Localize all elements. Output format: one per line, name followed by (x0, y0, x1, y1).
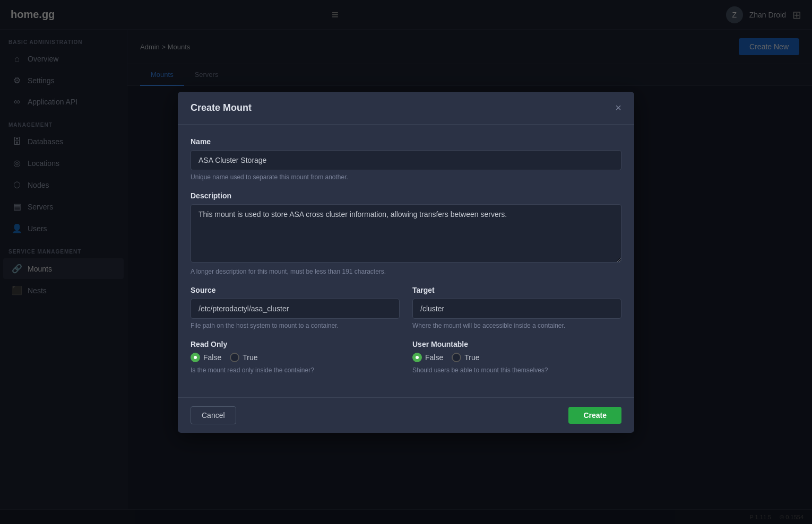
create-button[interactable]: Create (568, 407, 621, 424)
read-only-true-dot (230, 353, 239, 362)
modal-close-button[interactable]: × (615, 102, 621, 113)
read-only-false-label: False (203, 353, 221, 362)
user-mountable-true-label: True (464, 353, 479, 362)
user-mountable-true-option[interactable]: True (452, 353, 479, 362)
target-group: Target Where the mount will be accessibl… (412, 286, 621, 329)
user-mountable-radio-group: False True (412, 353, 621, 362)
user-mountable-hint: Should users be able to mount this thems… (412, 366, 621, 374)
name-hint: Unique name used to separate this mount … (191, 173, 621, 181)
description-group: Description This mount is used to store … (191, 191, 621, 275)
user-mountable-label: User Mountable (412, 340, 621, 348)
read-only-false-dot (191, 353, 200, 362)
read-only-false-option[interactable]: False (191, 353, 221, 362)
modal-title: Create Mount (191, 102, 252, 113)
source-target-row: Source File path on the host system to m… (191, 286, 621, 340)
read-only-hint: Is the mount read only inside the contai… (191, 366, 400, 374)
source-input[interactable] (191, 299, 400, 319)
target-label: Target (412, 286, 621, 294)
options-row: Read Only False True Is the mount read o… (191, 340, 621, 385)
read-only-radio-group: False True (191, 353, 400, 362)
user-mountable-false-dot (412, 353, 422, 362)
user-mountable-false-label: False (425, 353, 443, 362)
modal-overlay[interactable]: Create Mount × Name Unique name used to … (0, 0, 812, 524)
user-mountable-group: User Mountable False True Should users b… (412, 340, 621, 374)
read-only-true-label: True (243, 353, 257, 362)
modal-footer: Cancel Create (178, 397, 634, 433)
read-only-group: Read Only False True Is the mount read o… (191, 340, 400, 374)
name-group: Name Unique name used to separate this m… (191, 137, 621, 181)
source-hint: File path on the host system to mount to… (191, 322, 400, 329)
name-input[interactable] (191, 150, 621, 170)
modal-header: Create Mount × (178, 92, 634, 125)
modal-body: Name Unique name used to separate this m… (178, 125, 634, 397)
source-group: Source File path on the host system to m… (191, 286, 400, 329)
cancel-button[interactable]: Cancel (191, 406, 236, 424)
create-mount-modal: Create Mount × Name Unique name used to … (178, 92, 634, 433)
user-mountable-false-option[interactable]: False (412, 353, 443, 362)
description-hint: A longer description for this mount, mus… (191, 268, 621, 275)
source-label: Source (191, 286, 400, 294)
name-label: Name (191, 137, 621, 146)
target-input[interactable] (412, 299, 621, 319)
target-hint: Where the mount will be accessible insid… (412, 322, 621, 329)
description-textarea[interactable]: This mount is used to store ASA cross cl… (191, 204, 621, 263)
read-only-label: Read Only (191, 340, 400, 348)
read-only-true-option[interactable]: True (230, 353, 257, 362)
description-label: Description (191, 191, 621, 200)
user-mountable-true-dot (452, 353, 461, 362)
